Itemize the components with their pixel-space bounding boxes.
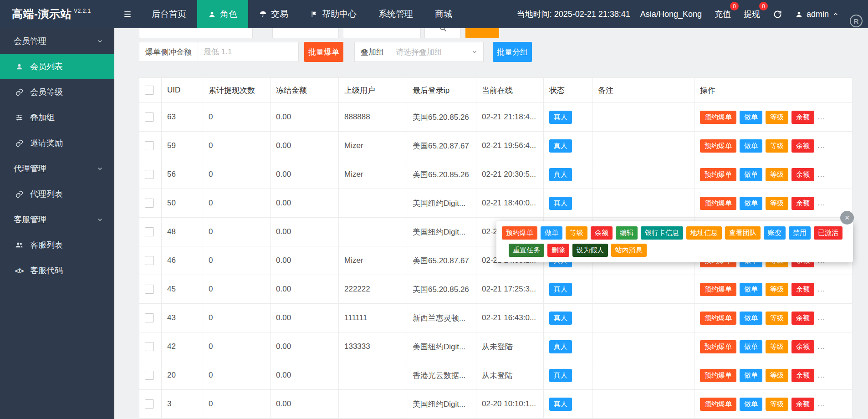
sidebar-item-service-list[interactable]: 客服列表 [0,232,114,258]
row-checkbox[interactable] [145,112,154,122]
do-order-button[interactable]: 做单 [740,369,762,382]
balance-button[interactable]: 余额 [791,369,814,382]
do-order-button[interactable]: 做单 [740,398,762,411]
sidebar-toggle-button[interactable] [114,0,141,28]
balance-button[interactable]: 余额 [791,139,814,153]
level-button[interactable]: 等级 [766,168,788,181]
nav-item-mall[interactable]: 商城 [424,0,463,28]
popup-balance-button[interactable]: 余额 [591,226,613,240]
nav-item-dashboard[interactable]: 后台首页 [141,0,197,28]
balance-button[interactable]: 余额 [791,111,814,124]
row-checkbox[interactable] [145,170,154,179]
balance-button[interactable]: 余额 [791,340,814,353]
level-button[interactable]: 等级 [766,139,788,153]
refresh-icon[interactable] [773,10,782,19]
reserve-burst-button[interactable]: 预约爆单 [700,139,736,153]
reserve-burst-button[interactable]: 预约爆单 [700,398,736,411]
reserve-burst-button[interactable]: 预约爆单 [700,111,736,124]
user-menu[interactable]: admin [795,10,839,19]
sidebar-group-service-management[interactable]: 客服管理 [0,207,114,232]
filter-input-3[interactable] [343,28,421,38]
sidebar-item-invite-reward[interactable]: 邀请奖励 [0,130,114,156]
popup-address-info-button[interactable]: 地址信息 [686,226,722,240]
popup-reserve-burst-button[interactable]: 预约爆单 [502,226,537,240]
balance-button[interactable]: 余额 [791,312,814,325]
do-order-button[interactable]: 做单 [740,139,762,153]
withdraw-button[interactable]: 提现 0 [744,9,760,20]
search-icon-box[interactable] [424,28,461,38]
more-actions-trigger[interactable]: ... [817,170,825,179]
batch-group-button[interactable]: 批量分组 [493,42,532,62]
popup-view-team-button[interactable]: 查看团队 [725,226,761,240]
do-order-button[interactable]: 做单 [740,283,762,296]
level-button[interactable]: 等级 [766,340,788,353]
more-actions-trigger[interactable]: ... [817,285,825,293]
nav-item-roles[interactable]: 角色 [197,0,248,28]
more-actions-trigger[interactable]: ... [817,371,825,379]
reserve-burst-button[interactable]: 预约爆单 [700,312,736,325]
sidebar-group-agent-management[interactable]: 代理管理 [0,156,114,181]
do-order-button[interactable]: 做单 [740,197,762,210]
balance-button[interactable]: 余额 [791,398,814,411]
reserve-burst-button[interactable]: 预约爆单 [700,369,736,382]
popup-delete-button[interactable]: 删除 [547,244,569,257]
popup-level-button[interactable]: 等级 [566,226,587,240]
sidebar-item-service-code[interactable]: </> 客服代码 [0,258,114,283]
row-checkbox[interactable] [145,342,154,351]
do-order-button[interactable]: 做单 [740,312,762,325]
do-order-button[interactable]: 做单 [740,168,762,181]
popup-site-message-button[interactable]: 站内消息 [611,244,647,257]
popup-disable-button[interactable]: 禁用 [789,226,811,240]
balance-button[interactable]: 余额 [791,197,814,210]
sidebar-item-overlay-group[interactable]: 叠加组 [0,105,114,130]
nav-item-help-center[interactable]: 帮助中心 [299,0,368,28]
nav-item-trade[interactable]: 交易 [248,0,299,28]
level-button[interactable]: 等级 [766,111,788,124]
row-checkbox[interactable] [145,399,154,409]
do-order-button[interactable]: 做单 [740,111,762,124]
row-checkbox[interactable] [145,313,154,322]
level-button[interactable]: 等级 [766,283,788,296]
select-all-checkbox[interactable] [145,86,154,95]
reserve-burst-button[interactable]: 预约爆单 [700,168,736,181]
row-checkbox[interactable] [145,199,154,208]
balance-button[interactable]: 余额 [791,168,814,181]
nav-item-system[interactable]: 系统管理 [368,0,424,28]
reserve-burst-button[interactable]: 预约爆单 [700,283,736,296]
level-button[interactable]: 等级 [766,197,788,210]
row-checkbox[interactable] [145,256,154,265]
row-checkbox[interactable] [145,141,154,150]
search-button[interactable] [465,28,499,38]
more-actions-trigger[interactable]: ... [817,112,825,121]
burst-amount-input[interactable] [198,42,299,62]
filter-input-1[interactable] [139,28,253,38]
sidebar-item-member-level[interactable]: 会员等级 [0,79,114,105]
popup-activated-button[interactable]: 已激活 [814,226,842,240]
more-actions-trigger[interactable]: ... [817,399,825,408]
recharge-button[interactable]: 充值 0 [715,9,731,20]
popup-close-button[interactable]: × [840,211,854,225]
more-actions-trigger[interactable]: ... [817,141,825,150]
level-button[interactable]: 等级 [766,312,788,325]
more-actions-trigger[interactable]: ... [817,313,825,322]
popup-reset-task-button[interactable]: 重置任务 [509,244,544,257]
balance-button[interactable]: 余额 [791,283,814,296]
reserve-burst-button[interactable]: 预约爆单 [700,340,736,353]
filter-input-2[interactable] [272,28,339,38]
popup-set-fake-button[interactable]: 设为假人 [572,244,608,257]
popup-do-order-button[interactable]: 做单 [541,226,562,240]
more-actions-trigger[interactable]: ... [817,199,825,207]
sidebar-item-member-list[interactable]: 会员列表 [0,54,114,79]
more-actions-trigger[interactable]: ... [817,342,825,351]
sidebar-group-member-management[interactable]: 会员管理 [0,28,114,54]
popup-balance-change-button[interactable]: 账变 [764,226,786,240]
popup-bank-info-button[interactable]: 银行卡信息 [641,226,683,240]
overlay-group-select[interactable]: 请选择叠加组 [390,42,484,62]
level-button[interactable]: 等级 [766,369,788,382]
row-checkbox[interactable] [145,285,154,294]
row-checkbox[interactable] [145,227,154,236]
do-order-button[interactable]: 做单 [740,340,762,353]
sidebar-item-agent-list[interactable]: 代理列表 [0,181,114,207]
level-button[interactable]: 等级 [766,398,788,411]
batch-burst-button[interactable]: 批量爆单 [304,42,343,62]
